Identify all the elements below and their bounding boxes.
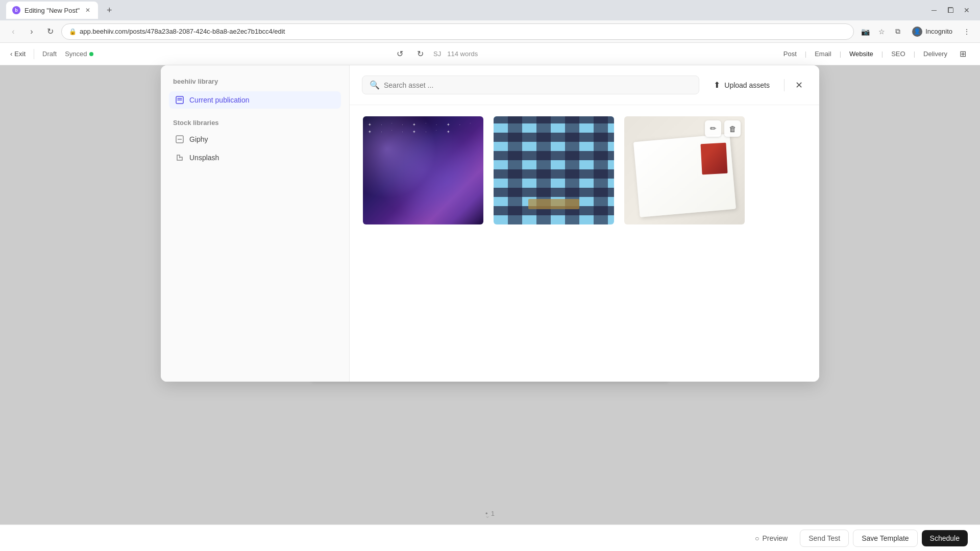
new-tab-btn[interactable]: + [102, 3, 116, 17]
url-text: app.beehiiv.com/posts/478a23a8-2087-424c… [80, 28, 285, 35]
synced-label: Synced [65, 50, 87, 58]
app-toolbar-right: Post | Email | Website | SEO | Delivery … [777, 47, 970, 61]
edit-image-btn[interactable]: ✏ [705, 120, 721, 137]
unsplash-label: Unsplash [189, 154, 219, 162]
tab-sep-4: | [914, 50, 915, 58]
image-card[interactable]: ✏ 🗑 [362, 115, 484, 226]
maximize-btn[interactable]: ⧠ [943, 3, 958, 17]
sidebar-item-giphy[interactable]: Giphy [169, 131, 341, 148]
menu-btn[interactable]: ⋮ [960, 24, 974, 39]
synced-dot [89, 52, 93, 56]
library-content: 🔍 ⬆ Upload assets ✕ [350, 65, 819, 382]
incognito-icon: 👤 [912, 27, 922, 37]
preview-label: Preview [762, 534, 788, 542]
delete-image-btn[interactable]: 🗑 [724, 120, 741, 137]
bottom-bar: ○ Preview Send Test Save Template Schedu… [0, 524, 980, 551]
exit-btn[interactable]: ‹ Exit [10, 50, 26, 58]
current-publication-label: Current publication [189, 96, 250, 104]
search-icon: 🔍 [370, 80, 380, 90]
upload-icon: ⬆ [714, 80, 720, 90]
lock-icon: 🔒 [69, 28, 77, 35]
app-toolbar: ‹ Exit Draft Synced ↺ ↻ SJ 114 words Pos… [0, 43, 980, 65]
browser-toolbar: ‹ › ↻ 🔒 app.beehiiv.com/posts/478a23a8-2… [0, 20, 980, 43]
minimize-btn[interactable]: ─ [927, 3, 941, 17]
image-card[interactable]: ✏ 🗑 [623, 115, 746, 226]
preview-btn[interactable]: ○ Preview [747, 530, 796, 546]
search-input[interactable] [384, 81, 692, 89]
extensions-btn[interactable]: ⧉ [891, 24, 905, 39]
send-test-label: Send Test [808, 534, 840, 542]
preview-icon: ○ [755, 534, 759, 542]
components-image [494, 116, 614, 224]
giphy-label: Giphy [189, 135, 208, 143]
exit-label: Exit [14, 50, 26, 58]
tab-sep-1: | [805, 50, 806, 58]
author-initials: SJ [433, 50, 441, 58]
tab-favicon: b [12, 6, 20, 14]
app-toolbar-center: ↺ ↻ SJ 114 words [104, 47, 767, 61]
save-template-btn[interactable]: Save Template [853, 530, 917, 547]
modal-close-btn[interactable]: ✕ [791, 77, 807, 93]
tab-website[interactable]: Website [843, 48, 879, 60]
grid-view-btn[interactable]: ⊞ [955, 47, 970, 61]
content-header: 🔍 ⬆ Upload assets ✕ [350, 65, 819, 105]
browser-window: b Editing "New Post" ✕ + ─ ⧠ ✕ ‹ › ↻ 🔒 a… [0, 0, 980, 551]
forward-btn[interactable]: › [24, 24, 39, 39]
bookmark-btn[interactable]: ☆ [874, 24, 889, 39]
stock-libraries-title: Stock libraries [169, 119, 341, 127]
draft-badge: Draft [42, 50, 57, 58]
browser-title-bar: b Editing "New Post" ✕ + ─ ⧠ ✕ [0, 0, 980, 20]
header-divider [784, 79, 785, 91]
exit-arrow: ‹ [10, 50, 12, 58]
schedule-label: Schedule [930, 534, 960, 542]
galaxy-image [363, 116, 483, 224]
modal-overlay: beehiiv library Current publication Stoc… [0, 65, 980, 524]
send-test-btn[interactable]: Send Test [800, 530, 849, 547]
save-template-label: Save Template [862, 534, 909, 542]
app-toolbar-left: ‹ Exit Draft Synced [10, 49, 93, 59]
tab-close-btn[interactable]: ✕ [84, 6, 92, 14]
window-controls: ─ ⧠ ✕ [927, 3, 974, 17]
tab-post[interactable]: Post [777, 48, 803, 60]
redo-btn[interactable]: ↻ [413, 47, 427, 61]
back-btn[interactable]: ‹ [6, 24, 20, 39]
undo-btn[interactable]: ↺ [393, 47, 407, 61]
svg-point-2 [179, 157, 180, 158]
camera-icon-btn[interactable]: 📷 [858, 24, 872, 39]
page-number: 1 [491, 510, 495, 517]
library-title: beehiiv library [169, 78, 341, 85]
refresh-btn[interactable]: ↻ [43, 24, 57, 39]
main-area: beehiiv library Current publication Stoc… [0, 65, 980, 524]
image-card[interactable]: ✏ 🗑 [493, 115, 615, 226]
tab-seo[interactable]: SEO [885, 48, 911, 60]
incognito-btn[interactable]: 👤 Incognito [907, 24, 958, 39]
schedule-btn[interactable]: Schedule [922, 530, 968, 546]
tab-email[interactable]: Email [808, 48, 838, 60]
toolbar-divider-1 [34, 49, 34, 59]
tab-sep-3: | [881, 50, 883, 58]
incognito-label: Incognito [925, 28, 952, 35]
giphy-icon [175, 135, 184, 144]
sidebar-item-unsplash[interactable]: Unsplash [169, 149, 341, 166]
close-window-btn[interactable]: ✕ [960, 3, 974, 17]
chevron-down-icon[interactable]: ⌄ [485, 512, 490, 519]
toolbar-actions: 📷 ☆ ⧉ 👤 Incognito ⋮ [858, 24, 974, 39]
tab-title: Editing "New Post" [24, 7, 80, 14]
upload-assets-btn[interactable]: ⬆ Upload assets [705, 76, 778, 94]
browser-tab[interactable]: b Editing "New Post" ✕ [6, 2, 98, 19]
card-actions: ✏ 🗑 [705, 120, 741, 137]
synced-badge: Synced [65, 50, 93, 58]
image-grid: ✏ 🗑 ✏ 🗑 [350, 105, 819, 382]
tab-sep-2: | [840, 50, 841, 58]
search-container[interactable]: 🔍 [362, 76, 699, 94]
tab-delivery[interactable]: Delivery [917, 48, 953, 60]
unsplash-icon [175, 153, 184, 162]
library-sidebar: beehiiv library Current publication Stoc… [161, 65, 350, 382]
asset-library-modal: beehiiv library Current publication Stoc… [161, 65, 819, 382]
publication-icon [175, 95, 184, 105]
word-count: 114 words [447, 50, 478, 58]
upload-label: Upload assets [724, 81, 770, 89]
sidebar-item-current-publication[interactable]: Current publication [169, 91, 341, 109]
address-bar[interactable]: 🔒 app.beehiiv.com/posts/478a23a8-2087-42… [61, 23, 854, 40]
